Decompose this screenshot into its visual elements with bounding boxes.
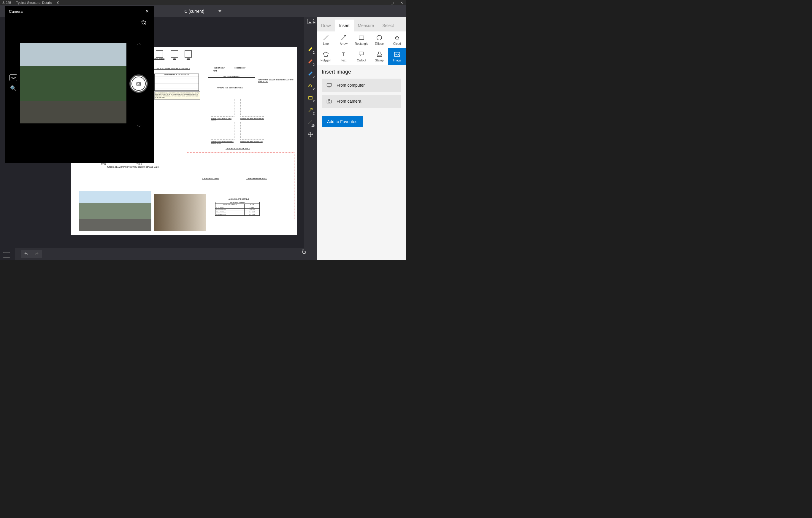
divider: [322, 111, 401, 111]
cloud-tool[interactable]: 2: [306, 81, 315, 91]
shape-polygon[interactable]: Polygon: [317, 48, 335, 65]
col-header: CLEAT: [244, 204, 259, 206]
label: INTERSECTION DETAIL FLAT PLATE BRACING: [211, 118, 234, 121]
col-header: CLEAT HEIGHT DIST "A": [215, 204, 244, 206]
close-button[interactable]: ✕: [400, 1, 404, 5]
shape-cloud[interactable]: Cloud: [388, 31, 406, 48]
camera-icon: [135, 81, 142, 86]
gesture-icon[interactable]: [301, 248, 314, 256]
cell: 10 PLATE: [244, 209, 259, 211]
cell: 100mm TO 150mm: [215, 209, 244, 211]
revision-dropdown[interactable]: C (current): [184, 9, 222, 13]
cell: 90 x 12 EA: [244, 213, 259, 215]
tab-measure[interactable]: Measure: [354, 20, 378, 31]
svg-text:T: T: [342, 52, 345, 57]
label: INTERSECTION DETAIL ROD BRACING: [240, 141, 264, 144]
svg-rect-8: [327, 83, 331, 86]
revision-label: C (current): [184, 9, 204, 13]
drawing-title: TYPICAL BEAM/RAFTER TO STEEL COLUMN DETA…: [107, 166, 160, 168]
camera-down-arrow[interactable]: ﹀: [137, 124, 142, 130]
arrow-tool[interactable]: 2: [306, 105, 315, 115]
shape-callout[interactable]: Callout: [353, 48, 370, 65]
label: RHS: [184, 58, 192, 59]
inserted-image[interactable]: [79, 191, 151, 231]
label: INTERSECTION DETAIL BACK TO BACK ANGLE B…: [211, 141, 234, 144]
shape-grid: Line Arrow Rectangle Ellipse Cloud Polyg…: [317, 31, 406, 65]
window-title: S-225 — Typical Structural Details — C: [2, 1, 59, 4]
highlighter-blue[interactable]: 2: [306, 68, 315, 79]
label: TYPE 3: [101, 163, 106, 165]
svg-point-13: [138, 83, 140, 85]
svg-marker-4: [323, 52, 328, 56]
window-titlebar: S-225 — Typical Structural Details — C ─…: [0, 0, 406, 5]
tab-insert[interactable]: Insert: [335, 20, 354, 31]
label: SHS: [171, 58, 178, 59]
panel-collapse-handle[interactable]: ▶: [312, 20, 316, 24]
bottom-bar: [15, 248, 317, 260]
tool-strip: 2 2 2 2 2 2 16: [304, 17, 317, 260]
shutter-button[interactable]: [129, 74, 148, 93]
add-to-favorites-button[interactable]: Add to Favorites: [322, 116, 363, 127]
hdr-button[interactable]: HDR: [9, 74, 17, 81]
svg-rect-2: [359, 36, 364, 39]
svg-rect-6: [359, 52, 363, 55]
svg-point-3: [377, 35, 382, 40]
shape-line[interactable]: Line: [317, 31, 335, 48]
shape-stamp[interactable]: Stamp: [370, 48, 388, 65]
tab-draw[interactable]: Draw: [317, 20, 335, 31]
svg-rect-11: [141, 21, 146, 25]
shape-ellipse[interactable]: Ellipse: [370, 31, 388, 48]
label: 'C' PURLIN/GIRT DETAIL: [202, 177, 219, 179]
highlighter-orange[interactable]: 2: [306, 56, 315, 67]
drawing-title: TYPICAL COLUMN BASE PLATE DETAILS: [154, 68, 190, 69]
svg-rect-0: [309, 97, 312, 99]
cell: 150mm TO 200mm: [215, 211, 244, 213]
minimize-button[interactable]: ─: [380, 1, 385, 5]
chevron-down-icon: [219, 10, 222, 12]
switch-camera-button[interactable]: [140, 20, 147, 26]
shape-rectangle[interactable]: Rectangle: [353, 31, 370, 48]
undo-button[interactable]: [21, 250, 31, 258]
label: ANCHOR BOLT: [214, 67, 225, 69]
label: INTERSECTION DETAIL ANGLE BRACING: [240, 118, 264, 121]
table-header: COLUMN BASE PLATE SCHEDULE: [154, 73, 199, 76]
camera-title: Camera: [9, 9, 23, 13]
camera-up-arrow[interactable]: ︿: [137, 40, 142, 47]
computer-icon: [326, 82, 332, 88]
shape-text[interactable]: TText: [335, 48, 353, 65]
tab-select[interactable]: Select: [378, 20, 398, 31]
camera-close-button[interactable]: ✕: [145, 9, 150, 13]
svg-point-10: [328, 100, 330, 103]
zoom-button[interactable]: 🔍: [9, 85, 17, 92]
right-panel: Draw Insert Measure Select Line Arrow Re…: [317, 17, 406, 260]
drawing-title: ANGLE CLEAT DETAILS: [229, 198, 249, 200]
from-camera-button[interactable]: From camera: [322, 95, 401, 108]
highlighter-yellow[interactable]: 2: [306, 44, 315, 55]
table-header: H.D. BOLT SCHEDULE: [208, 75, 255, 78]
rect-tool[interactable]: 2: [306, 93, 315, 103]
shape-arrow[interactable]: Arrow: [335, 31, 353, 48]
eraser-tool[interactable]: 16: [306, 117, 315, 128]
label: COGGED BOLT: [234, 67, 245, 69]
label: TYPE 4: [137, 163, 142, 165]
maximize-button[interactable]: ▢: [390, 1, 394, 5]
panel-title: Insert image: [322, 69, 401, 75]
drawing-title: ALTERNATIVE COLUMN BASE PLATE CAST INTO …: [258, 79, 294, 83]
label: SHS/CHS/RHS: [154, 58, 165, 59]
label: NOTE: [213, 70, 217, 72]
label: 'Z' PURLIN/GIRT/LAP DETAIL: [246, 177, 267, 179]
cell: 75 x 10 EA: [244, 211, 259, 213]
shape-image[interactable]: Image: [388, 48, 406, 65]
inserted-image[interactable]: [154, 194, 206, 231]
cell: 200mm AND OVER: [215, 213, 244, 215]
note-highlight: ALL WELDS TO BE 6mm E48 CONTINUOUS (FOR …: [154, 91, 200, 100]
keyboard-icon[interactable]: [3, 252, 10, 257]
cell: UP TO 100mm: [215, 206, 244, 208]
move-tool[interactable]: [306, 129, 315, 140]
drawing-title: TYPICAL H.D. BOLTS DETAILS: [216, 87, 243, 89]
camera-preview: [20, 43, 126, 123]
redo-button[interactable]: [31, 250, 42, 258]
from-computer-button[interactable]: From computer: [322, 79, 401, 92]
cell: 6 PLATE: [244, 206, 259, 208]
camera-icon: [326, 98, 332, 104]
